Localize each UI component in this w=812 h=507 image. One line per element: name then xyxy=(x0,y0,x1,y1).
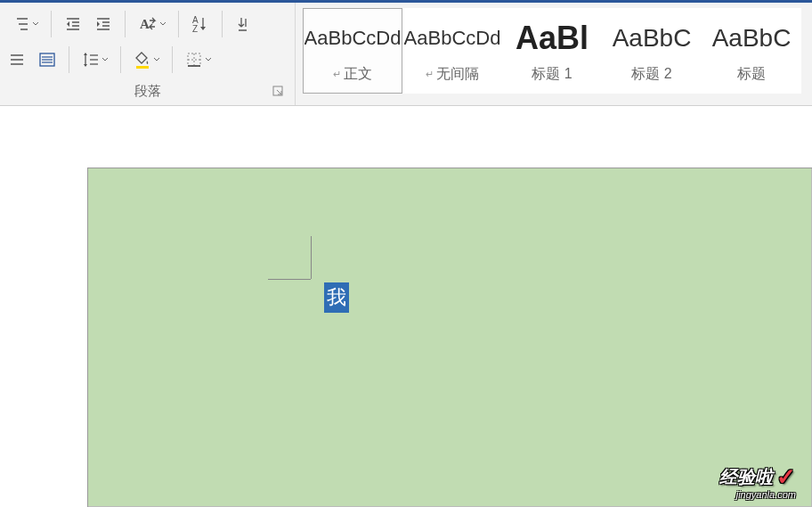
separator xyxy=(120,46,121,73)
separator xyxy=(172,46,173,73)
svg-text:Z: Z xyxy=(192,24,198,34)
paragraph-marker-icon: ↵ xyxy=(333,69,341,80)
style-name-text: 正文 xyxy=(344,65,372,84)
line-spacing-button[interactable] xyxy=(78,45,111,74)
check-icon: ✓ xyxy=(776,463,796,491)
style-item-4[interactable]: AaBbC标题 xyxy=(702,8,801,94)
document-area: 我 xyxy=(0,143,812,507)
chevron-down-icon xyxy=(205,56,212,63)
style-name-text: 标题 xyxy=(737,65,766,84)
style-name: ↵正文 xyxy=(333,65,372,84)
style-preview: AaBbC xyxy=(613,16,692,61)
style-name-text: 标题 2 xyxy=(631,65,671,84)
style-item-3[interactable]: AaBbC标题 2 xyxy=(602,8,702,94)
watermark: 经验啦 ✓ jingyanla.com xyxy=(719,463,796,500)
style-item-1[interactable]: AaBbCcDd↵无间隔 xyxy=(402,8,502,94)
align-justify-button[interactable] xyxy=(35,45,60,74)
chevron-down-icon xyxy=(102,56,109,63)
paragraph-group: A A Z xyxy=(0,3,296,105)
separator xyxy=(222,11,223,37)
style-item-2[interactable]: AaBl标题 1 xyxy=(502,8,602,94)
paragraph-row2 xyxy=(4,45,290,74)
style-preview: AaBbCcDd xyxy=(304,16,402,61)
increase-indent-button[interactable] xyxy=(91,10,116,38)
sort-button[interactable]: A Z xyxy=(188,10,213,38)
cursor-vertical xyxy=(311,236,312,279)
paragraph-label-text: 段落 xyxy=(134,83,161,98)
style-preview: AaBbC xyxy=(712,16,792,61)
style-name-text: 无间隔 xyxy=(436,65,479,84)
paragraph-group-label: 段落 xyxy=(4,74,290,103)
svg-rect-30 xyxy=(188,53,200,66)
separator xyxy=(125,11,126,37)
separator xyxy=(178,11,179,37)
separator xyxy=(69,46,69,73)
chevron-down-icon xyxy=(153,56,160,63)
align-distributed-button[interactable] xyxy=(4,45,29,74)
style-preview: AaBbCcDd xyxy=(404,16,501,61)
selected-text[interactable]: 我 xyxy=(324,282,349,313)
separator xyxy=(51,11,52,37)
style-name: ↵无间隔 xyxy=(426,65,479,84)
watermark-url: jingyanla.com xyxy=(719,489,796,500)
watermark-text: 经验啦 xyxy=(719,465,773,489)
style-name: 标题 2 xyxy=(631,65,671,84)
style-name-text: 标题 1 xyxy=(532,65,572,84)
styles-gallery: AaBbCcDd↵正文AaBbCcDd↵无间隔AaBl标题 1AaBbC标题 2… xyxy=(296,3,801,105)
style-name: 标题 1 xyxy=(532,65,572,84)
svg-rect-29 xyxy=(136,66,149,69)
style-item-0[interactable]: AaBbCcDd↵正文 xyxy=(303,8,402,94)
paragraph-marker-icon: ↵ xyxy=(426,69,434,80)
decrease-indent-button[interactable] xyxy=(61,10,85,38)
paragraph-row1: A A Z xyxy=(4,10,290,38)
shading-button[interactable] xyxy=(130,45,163,74)
text-direction-button[interactable]: A xyxy=(134,10,169,38)
borders-button[interactable] xyxy=(182,45,215,74)
page[interactable]: 我 xyxy=(87,168,812,507)
multilevel-list-button[interactable] xyxy=(9,10,42,38)
chevron-down-icon xyxy=(159,20,166,28)
show-marks-button[interactable] xyxy=(231,10,255,38)
ribbon: A A Z xyxy=(0,3,812,106)
style-name: 标题 xyxy=(737,65,766,84)
paragraph-dialog-launcher[interactable] xyxy=(272,86,285,98)
cursor-horizontal xyxy=(268,279,311,280)
style-preview: AaBl xyxy=(516,16,589,61)
watermark-main: 经验啦 ✓ xyxy=(719,463,796,491)
chevron-down-icon xyxy=(32,20,39,28)
svg-text:A: A xyxy=(140,17,150,31)
